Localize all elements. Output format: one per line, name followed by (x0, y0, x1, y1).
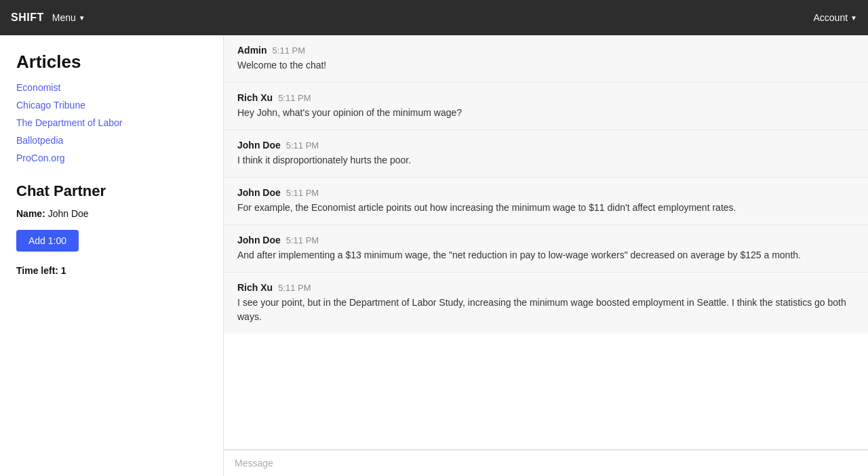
message-author: Rich Xu (237, 92, 273, 103)
message-body: For example, the Economist article point… (237, 201, 854, 215)
message-time: 5:11 PM (278, 93, 311, 103)
message-author: Admin (237, 45, 267, 56)
add-time-button[interactable]: Add 1:00 (16, 230, 79, 252)
account-chevron-icon: ▼ (850, 14, 857, 22)
chat-area: Admin5:11 PMWelcome to the chat!Rich Xu5… (224, 35, 868, 476)
message-header: Admin5:11 PM (237, 45, 854, 56)
nav-left: SHIFT Menu ▼ (11, 12, 85, 24)
article-link-chicago-tribune[interactable]: Chicago Tribune (16, 100, 207, 111)
message-body: Hey John, what's your opinion of the min… (237, 106, 854, 120)
article-link-dept-of-labor[interactable]: The Department of Labor (16, 117, 207, 128)
chat-partner-section: Chat Partner Name: John Doe Add 1:00 Tim… (16, 182, 207, 276)
menu-label: Menu (52, 12, 76, 23)
message-header: John Doe5:11 PM (237, 235, 854, 245)
message-body: And after implementing a $13 minimum wag… (237, 248, 854, 262)
message-item: John Doe5:11 PMAnd after implementing a … (224, 225, 868, 273)
message-author: Rich Xu (237, 282, 273, 293)
top-navbar: SHIFT Menu ▼ Account ▼ (0, 0, 868, 35)
chat-partner-title: Chat Partner (16, 182, 207, 200)
message-header: John Doe5:11 PM (237, 140, 854, 151)
message-header: Rich Xu5:11 PM (237, 282, 854, 293)
message-item: John Doe5:11 PMFor example, the Economis… (224, 178, 868, 225)
main-layout: Articles EconomistChicago TribuneThe Dep… (0, 35, 868, 476)
message-author: John Doe (237, 187, 281, 198)
name-label: Name: (16, 208, 45, 219)
brand-logo: SHIFT (11, 12, 44, 24)
article-link-economist[interactable]: Economist (16, 82, 207, 93)
message-body: Welcome to the chat! (237, 58, 854, 73)
message-time: 5:11 PM (273, 45, 305, 56)
message-body: I see your point, but in the Department … (237, 296, 854, 324)
sidebar: Articles EconomistChicago TribuneThe Dep… (0, 35, 224, 476)
articles-title: Articles (16, 52, 207, 73)
message-item: Rich Xu5:11 PMI see your point, but in t… (224, 273, 868, 334)
message-time: 5:11 PM (286, 140, 319, 151)
time-left-row: Time left: 1 (16, 265, 207, 276)
messages-container: Admin5:11 PMWelcome to the chat!Rich Xu5… (224, 35, 868, 450)
message-time: 5:11 PM (286, 188, 319, 198)
message-time: 5:11 PM (278, 283, 311, 293)
account-button[interactable]: Account ▼ (814, 12, 858, 23)
article-link-procon[interactable]: ProCon.org (16, 153, 207, 163)
menu-chevron-icon: ▼ (79, 14, 85, 22)
partner-name-row: Name: John Doe (16, 208, 207, 219)
partner-name-value: John Doe (48, 208, 89, 219)
message-body: I think it disproportionately hurts the … (237, 153, 854, 167)
message-author: John Doe (237, 140, 281, 151)
message-item: Admin5:11 PMWelcome to the chat! (224, 35, 868, 83)
message-input[interactable] (235, 458, 857, 469)
menu-button[interactable]: Menu ▼ (52, 12, 85, 23)
message-time: 5:11 PM (286, 235, 319, 245)
message-header: John Doe5:11 PM (237, 187, 854, 198)
account-label: Account (814, 12, 848, 23)
message-header: Rich Xu5:11 PM (237, 92, 854, 103)
articles-list: EconomistChicago TribuneThe Department o… (16, 82, 207, 163)
message-item: John Doe5:11 PMI think it disproportiona… (224, 130, 868, 178)
nav-right: Account ▼ (814, 12, 858, 23)
article-link-ballotpedia[interactable]: Ballotpedia (16, 135, 207, 146)
message-author: John Doe (237, 235, 281, 245)
message-item: Rich Xu5:11 PMHey John, what's your opin… (224, 83, 868, 130)
message-input-area (224, 450, 868, 476)
